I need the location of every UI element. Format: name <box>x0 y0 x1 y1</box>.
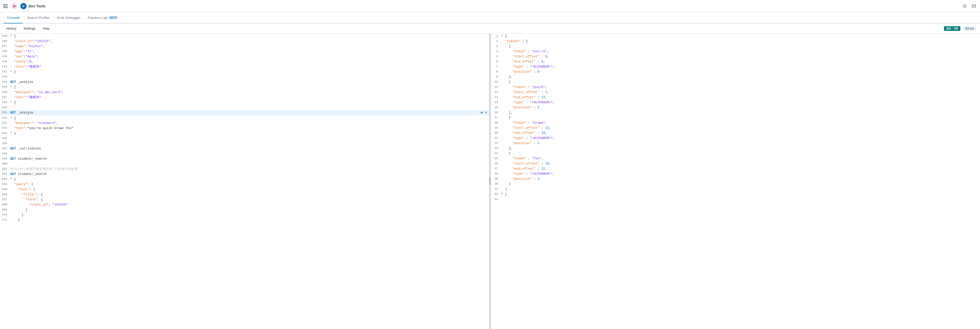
line-content: "score":0, <box>10 59 487 64</box>
toolbar: History Settings Help 200 - OK 63 ms <box>0 24 980 34</box>
wrench-icon[interactable]: ⚙ <box>485 110 487 115</box>
line-number: 251 <box>0 115 10 120</box>
table-row: 2 "tokens" : [ <box>491 39 980 44</box>
table-row: 258 <box>0 151 489 157</box>
line-number: 267 <box>0 197 10 202</box>
table-row: 4 "token" : "you're", <box>491 49 980 54</box>
right-output-panel[interactable]: 1* {2 "tokens" : [3 {4 "token" : "you're… <box>491 34 980 329</box>
line-number: 7 <box>491 64 501 69</box>
table-row: 240 "score":0, <box>0 59 489 64</box>
beta-badge: BETA <box>108 16 118 20</box>
table-row: 17 { <box>491 115 980 120</box>
line-number: 10 <box>491 79 501 84</box>
panel-divider[interactable] <box>489 34 491 329</box>
line-number: 32 <box>491 192 501 196</box>
table-row: 10 { <box>491 79 980 85</box>
line-number: 237 <box>0 44 10 49</box>
line-number: 259 <box>0 157 10 161</box>
line-number: 245 <box>0 85 10 89</box>
line-number: 260 <box>0 161 10 166</box>
tab-console[interactable]: Console <box>4 12 23 24</box>
table-row: 20 "end_offset" : 18, <box>491 131 980 136</box>
tab-painless-lab[interactable]: Painless Lab BETA <box>84 12 121 24</box>
line-number: 239 <box>0 54 10 59</box>
table-row: 257GET _cat/indices <box>0 146 489 151</box>
line-number: 12 <box>491 90 501 94</box>
line-content: * { <box>10 177 487 182</box>
table-row: 250GET _analyze▶⚙ <box>0 110 489 115</box>
table-row: 13 "end_offset" : 12, <box>491 95 980 100</box>
table-row: 259GET student/_search <box>0 157 489 161</box>
table-row: 32* } <box>491 192 980 197</box>
table-row: 263* { <box>0 177 489 182</box>
line-number: 249 <box>0 105 10 110</box>
left-editor-panel[interactable]: 235* {236 "class_id":"191125",237 "name"… <box>0 34 489 329</box>
line-content: "token" : "you're", <box>501 49 978 54</box>
line-content: "analyzer": "ik_max_word", <box>10 90 487 95</box>
run-icon[interactable]: ▶ <box>481 110 483 115</box>
line-content: } <box>10 207 487 212</box>
app-title: Dev Tools <box>29 4 46 8</box>
line-content: }, <box>501 110 978 115</box>
history-button[interactable]: History <box>4 25 18 32</box>
line-content: * { <box>10 85 487 90</box>
table-row: 246 "analyzer": "ik_max_word", <box>0 90 489 95</box>
line-content: { <box>501 151 978 156</box>
line-number: 252 <box>0 121 10 125</box>
line-number: 17 <box>491 115 501 120</box>
table-row: 244GET _analyze <box>0 79 489 85</box>
line-number: 21 <box>491 136 501 140</box>
line-content: "start_offset" : 19, <box>501 161 978 166</box>
line-number: 3 <box>491 44 501 49</box>
table-row: 245* { <box>0 85 489 90</box>
line-number: 16 <box>491 110 501 115</box>
table-row: 7 "type" : "<ALPHANUM>", <box>491 64 980 70</box>
line-number: 27 <box>491 166 501 171</box>
table-row: 264 "query": { <box>0 182 489 187</box>
line-number: 269 <box>0 207 10 212</box>
line-content: } <box>501 182 978 187</box>
table-row: 29 "position" : 3 <box>491 177 980 182</box>
table-row: 8 "position" : 0 <box>491 70 980 74</box>
line-content: "token" : "fox", <box>501 156 978 161</box>
hamburger-menu-icon[interactable] <box>3 3 9 9</box>
line-content: * } <box>10 131 487 136</box>
mail-icon[interactable] <box>971 3 977 9</box>
line-content: "term": { <box>10 197 487 202</box>
line-number: 25 <box>491 156 501 161</box>
line-number: 243 <box>0 74 10 79</box>
table-row: 28 "type" : "<ALPHANUM>", <box>491 171 980 177</box>
line-number: 235 <box>0 34 10 38</box>
line-number: 11 <box>491 85 501 89</box>
line-number: 6 <box>491 59 501 64</box>
line-content: "type" : "<ALPHANUM>", <box>501 100 978 105</box>
line-content: "token" : "brown", <box>501 120 978 125</box>
table-row: 11 "token" : "quick", <box>491 85 980 90</box>
table-row: 23 }, <box>491 146 980 151</box>
table-row: 14 "type" : "<ALPHANUM>", <box>491 100 980 105</box>
line-content: }, <box>501 146 978 151</box>
tab-search-profiler[interactable]: Search Profiler <box>24 12 53 24</box>
settings-icon[interactable] <box>962 3 968 9</box>
top-bar-right <box>962 3 977 9</box>
table-row: 256 <box>0 141 489 146</box>
line-number: 253 <box>0 126 10 130</box>
line-content: "age":"21", <box>10 49 487 54</box>
settings-button[interactable]: Settings <box>21 25 38 32</box>
table-row: 1* { <box>491 34 980 39</box>
top-bar: D Dev Tools <box>0 0 980 12</box>
app-badge: D <box>21 3 27 9</box>
line-number: 240 <box>0 59 10 64</box>
line-number: 258 <box>0 151 10 156</box>
line-number: 254 <box>0 131 10 135</box>
table-row: 251* { <box>0 115 489 121</box>
tab-grok-debugger[interactable]: Grok Debugger <box>54 12 84 24</box>
table-row: 237 "name":"huihui", <box>0 44 489 49</box>
line-content: * { <box>10 34 487 39</box>
line-number: 24 <box>491 151 501 156</box>
help-button[interactable]: Help <box>41 25 52 32</box>
line-content: "class_id":"191125", <box>10 39 487 44</box>
line-number: 9 <box>491 74 501 79</box>
line-content: "end_offset" : 12, <box>501 95 978 100</box>
line-content: * { <box>10 115 487 121</box>
